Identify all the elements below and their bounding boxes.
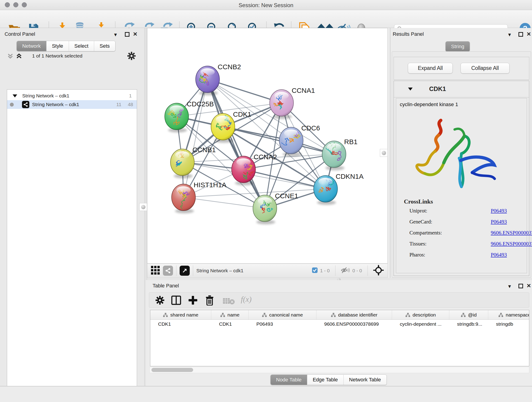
crosslink-row: Compartments:9606.ENSP00000378699 xyxy=(409,230,524,236)
entry-gene-name: CDK1 xyxy=(429,85,446,93)
node-HIST1H1A[interactable] xyxy=(172,184,196,213)
main-toolbar: ? xyxy=(0,10,532,28)
tab-sets[interactable]: Sets xyxy=(94,41,115,51)
tab-edge-table[interactable]: Edge Table xyxy=(307,375,344,385)
crosslinks-title: CrossLinks xyxy=(404,198,433,205)
crosslink-value-link[interactable]: P06493 xyxy=(491,208,507,214)
network-edge-count: 48 xyxy=(128,102,133,107)
selected-checkbox-icon[interactable] xyxy=(312,267,318,274)
node-label-CCNA1: CCNA1 xyxy=(292,87,315,94)
tab-select[interactable]: Select xyxy=(69,41,94,51)
entry-disclosure-triangle-icon[interactable] xyxy=(408,88,413,90)
birds-eye-crosshair-icon[interactable] xyxy=(373,265,384,276)
open-in-new-window-icon[interactable] xyxy=(180,266,190,276)
delete-table-icon-disabled xyxy=(223,297,235,306)
node-CCNA2[interactable] xyxy=(232,156,255,185)
splitter-collapse-handle[interactable] xyxy=(139,203,147,211)
results-panel-float-icon[interactable] xyxy=(519,32,523,37)
expand-all-button[interactable]: Expand All xyxy=(408,63,453,74)
table-header-row: shared namenamecanonical namedatabase id… xyxy=(150,310,529,320)
control-panel-tabs: NetworkStyleSelectSets xyxy=(17,41,115,51)
table-settings-gear-icon[interactable] xyxy=(156,296,164,306)
node-CDKN1A[interactable] xyxy=(314,176,337,205)
node-label-RB1: RB1 xyxy=(344,138,357,146)
column-header-shared-name[interactable]: shared name xyxy=(150,310,211,319)
results-panel-collapse-icon[interactable]: ▾ xyxy=(508,32,511,37)
network-edges[interactable] xyxy=(177,79,334,208)
tab-network[interactable]: Network xyxy=(17,41,46,51)
column-header-id[interactable]: @id xyxy=(449,310,488,319)
network-canvas[interactable]: CCNB2CCNA1CDC25BCDK1CDC6RB1CCNB1CCNA2CDK… xyxy=(147,28,388,264)
crosslink-value-link[interactable]: 9606.ENSP00000378699 xyxy=(491,230,532,236)
table-cell[interactable]: P06493 xyxy=(249,320,317,328)
table-row[interactable]: CDK1CDK1P064939606.ENSP00000378699cyclin… xyxy=(150,320,529,328)
results-entry-header[interactable]: CDK1 xyxy=(394,81,529,97)
collection-label: String Network – cdk1 xyxy=(22,93,69,99)
grid-view-icon[interactable] xyxy=(151,265,160,276)
table-panel-close-icon[interactable]: ✕ xyxy=(526,283,531,288)
tab-style[interactable]: Style xyxy=(46,41,69,51)
tab-network-table[interactable]: Network Table xyxy=(344,375,386,385)
hierarchy-icon xyxy=(331,313,336,317)
control-panel-close-icon[interactable]: ✕ xyxy=(133,32,138,37)
crosslink-value-link[interactable]: P06493 xyxy=(491,252,507,258)
hierarchy-icon xyxy=(461,313,466,317)
crosslink-row: GeneCard:P06493 xyxy=(409,219,524,225)
show-column-icon[interactable] xyxy=(171,295,181,306)
column-header-label: @id xyxy=(468,312,477,318)
results-splitter-handle[interactable] xyxy=(380,149,388,157)
column-header-namespace[interactable]: namespace xyxy=(488,310,529,319)
table-cell[interactable]: CDK1 xyxy=(211,320,249,328)
table-horizontal-scrollbar[interactable] xyxy=(149,367,529,373)
hierarchy-icon xyxy=(163,313,168,317)
node-CCNA1[interactable] xyxy=(270,89,293,119)
edge-HIST1H1A-CCNE1[interactable] xyxy=(184,197,265,208)
table-type-tabs: Node TableEdge TableNetwork Table xyxy=(270,375,387,385)
delete-column-trash-icon[interactable] xyxy=(205,295,214,306)
results-panel-close-icon[interactable]: ✕ xyxy=(526,32,531,37)
table-cell[interactable]: stringdb:9... xyxy=(449,320,488,328)
edge-CCNB2-CCNE1[interactable] xyxy=(208,79,265,208)
table-cell[interactable]: CDK1 xyxy=(150,320,211,328)
network-options-gear-icon[interactable] xyxy=(127,52,136,61)
tab-node-table[interactable]: Node Table xyxy=(271,375,307,385)
column-header-canonical-name[interactable]: canonical name xyxy=(249,310,317,319)
node-table[interactable]: shared namenamecanonical namedatabase id… xyxy=(150,310,529,366)
node-CCNB2[interactable] xyxy=(196,66,220,95)
scrollbar-thumb[interactable] xyxy=(152,368,193,372)
node-CDC25B[interactable] xyxy=(165,103,189,133)
add-column-icon[interactable] xyxy=(188,295,198,306)
hierarchy-icon xyxy=(220,313,225,317)
crosslink-label: Pharos: xyxy=(409,252,450,258)
column-header-database-identifier[interactable]: database identifier xyxy=(317,310,392,319)
crosslink-value-link[interactable]: 9606.ENSP00000378699 xyxy=(491,241,532,247)
network-collection-row[interactable]: String Network – cdk1 1 xyxy=(7,91,137,100)
hidden-nodes-edges-count: 0 - 0 xyxy=(352,268,362,274)
network-row[interactable]: String Network – cdk1 11 48 xyxy=(7,100,137,109)
crosslink-label: Uniprot: xyxy=(409,208,450,214)
crosslink-value-link[interactable]: P06493 xyxy=(491,219,507,225)
control-panel-collapse-icon[interactable]: ▾ xyxy=(114,32,117,37)
table-cell[interactable]: stringdb xyxy=(488,320,529,328)
column-header-description[interactable]: description xyxy=(392,310,449,319)
table-cell[interactable]: cyclin-dependent ... xyxy=(392,320,449,328)
network-graph[interactable]: CCNB2CCNA1CDC25BCDK1CDC6RB1CCNB1CCNA2CDK… xyxy=(147,28,387,263)
node-CCNE1[interactable] xyxy=(253,195,277,224)
node-CCNB1[interactable] xyxy=(171,149,194,178)
node-RB1[interactable] xyxy=(322,141,346,170)
tab-string[interactable]: String xyxy=(446,41,470,51)
node-label-CDC6: CDC6 xyxy=(301,124,320,132)
share-network-icon[interactable] xyxy=(163,266,173,276)
table-cell[interactable]: 9606.ENSP00000378699 xyxy=(317,320,392,328)
column-header-label: shared name xyxy=(170,312,198,318)
node-label-CCNE1: CCNE1 xyxy=(275,192,298,200)
control-panel-float-icon[interactable] xyxy=(125,32,129,37)
hidden-eye-icon[interactable] xyxy=(341,267,350,274)
collapse-all-button[interactable]: Collapse All xyxy=(461,63,510,74)
table-panel-collapse-icon[interactable]: ▾ xyxy=(508,284,511,289)
column-header-label: canonical name xyxy=(269,312,303,318)
crosslinks-list: Uniprot:P06493GeneCard:P06493Compartment… xyxy=(409,208,524,263)
column-header-name[interactable]: name xyxy=(211,310,249,319)
table-panel-float-icon[interactable] xyxy=(519,284,523,288)
disclosure-triangle-icon[interactable] xyxy=(13,95,17,97)
